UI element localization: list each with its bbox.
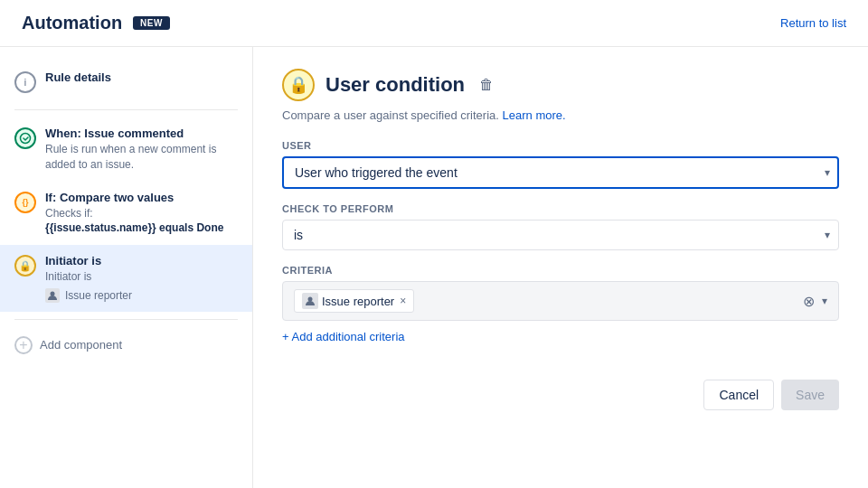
svg-point-1 xyxy=(51,291,55,296)
user-label: User xyxy=(282,140,839,151)
initiator-avatar xyxy=(45,288,60,303)
criteria-tag-remove-button[interactable]: × xyxy=(400,295,406,307)
criteria-tags-container: Issue reporter × xyxy=(294,289,414,313)
rule-details-label: Rule details xyxy=(45,70,111,84)
sidebar-divider-1 xyxy=(14,109,238,110)
content-panel: 🔒 User condition 🗑 Compare a user agains… xyxy=(253,47,868,488)
add-component-icon: + xyxy=(14,336,33,354)
criteria-tag-avatar xyxy=(302,293,318,309)
content-description: Compare a user against specified criteri… xyxy=(282,108,839,122)
check-label: Check to perform xyxy=(282,203,839,214)
check-select-wrapper: is ▾ xyxy=(282,220,839,250)
when-icon xyxy=(14,127,36,149)
criteria-box[interactable]: Issue reporter × ⊗ ▾ xyxy=(282,281,839,321)
content-footer: Cancel Save xyxy=(282,380,839,410)
sidebar-item-if[interactable]: {} If: Compare two values Checks if: {{i… xyxy=(0,182,252,246)
sidebar: i Rule details When: Issue commented Rul… xyxy=(0,47,253,488)
sidebar-item-initiator[interactable]: 🔒 Initiator is Initiator is Issue report… xyxy=(0,245,252,312)
if-condition: {{issue.status.name}} equals Done xyxy=(45,221,223,234)
condition-icon: 🔒 xyxy=(282,69,315,101)
if-icon: {} xyxy=(14,192,36,213)
check-field-group: Check to perform is ▾ xyxy=(282,203,839,250)
sidebar-divider-2 xyxy=(14,319,238,320)
header-left: Automation NEW xyxy=(22,13,170,33)
cancel-button[interactable]: Cancel xyxy=(703,380,774,410)
sidebar-item-rule-details[interactable]: i Rule details xyxy=(0,61,252,102)
check-select[interactable]: is xyxy=(282,220,839,250)
initiator-user-row: Issue reporter xyxy=(45,288,132,303)
new-badge: NEW xyxy=(133,16,170,30)
rule-details-icon: i xyxy=(14,71,36,93)
content-header: 🔒 User condition 🗑 xyxy=(282,69,839,101)
add-component-label: Add component xyxy=(40,338,122,352)
learn-more-link[interactable]: Learn more. xyxy=(503,108,566,122)
user-select[interactable]: User who triggered the event xyxy=(282,156,839,189)
initiator-title: Initiator is xyxy=(45,254,132,267)
criteria-clear-button[interactable]: ⊗ xyxy=(803,293,815,310)
sidebar-item-when[interactable]: When: Issue commented Rule is run when a… xyxy=(0,117,252,182)
add-criteria-link[interactable]: + Add additional criteria xyxy=(282,330,405,343)
page-title: Automation xyxy=(22,13,122,33)
criteria-field-group: Criteria Issue reporter × xyxy=(282,265,839,343)
if-desc: Checks if: {{issue.status.name}} equals … xyxy=(45,206,223,237)
initiator-user-label: Issue reporter xyxy=(65,289,132,302)
criteria-tag-label: Issue reporter xyxy=(322,295,394,308)
user-field-group: User User who triggered the event ▾ xyxy=(282,140,839,189)
svg-point-0 xyxy=(21,134,31,144)
save-button[interactable]: Save xyxy=(781,380,839,410)
initiator-icon: 🔒 xyxy=(14,255,36,277)
if-title: If: Compare two values xyxy=(45,191,223,204)
svg-point-2 xyxy=(308,297,313,302)
delete-condition-button[interactable]: 🗑 xyxy=(479,77,494,93)
criteria-label: Criteria xyxy=(282,265,839,276)
criteria-tag-issue-reporter: Issue reporter × xyxy=(294,289,414,313)
content-title: User condition xyxy=(326,73,465,97)
add-component-button[interactable]: + Add component xyxy=(0,327,252,363)
when-title: When: Issue commented xyxy=(45,127,238,140)
main-layout: i Rule details When: Issue commented Rul… xyxy=(0,47,868,488)
user-select-wrapper: User who triggered the event ▾ xyxy=(282,156,839,189)
return-to-list-link[interactable]: Return to list xyxy=(780,16,846,30)
criteria-actions: ⊗ ▾ xyxy=(803,293,827,310)
criteria-expand-button[interactable]: ▾ xyxy=(822,295,827,307)
initiator-desc: Initiator is xyxy=(45,269,132,285)
when-desc: Rule is run when a new comment is added … xyxy=(45,142,238,173)
header: Automation NEW Return to list xyxy=(0,0,868,47)
